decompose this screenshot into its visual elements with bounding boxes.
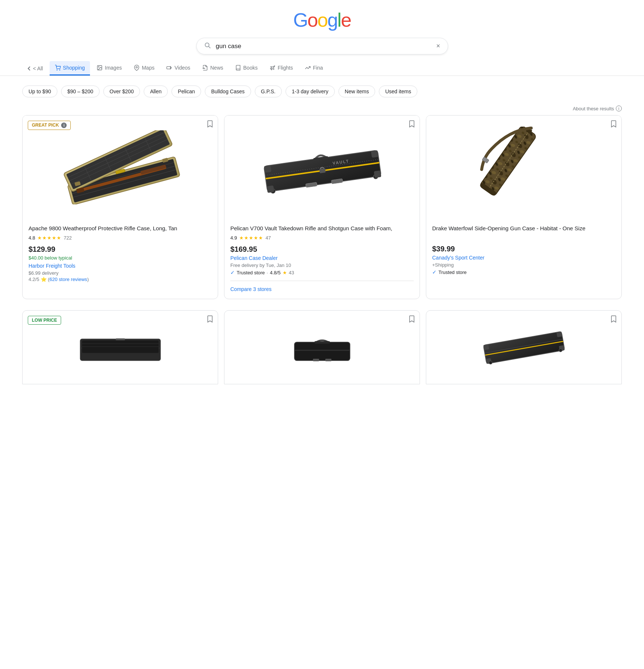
svg-rect-66: [483, 331, 565, 364]
svg-point-74: [558, 348, 562, 352]
filter-up-to-90[interactable]: Up to $90: [22, 86, 57, 97]
store-reviews-link-1[interactable]: 620 store reviews: [49, 277, 87, 282]
about-results[interactable]: About these results i: [573, 106, 622, 111]
compare-link-2[interactable]: Compare 3 stores: [230, 281, 414, 292]
tab-images[interactable]: Images: [91, 61, 127, 76]
tab-maps-label: Maps: [142, 65, 154, 71]
tab-finance-label: Fina: [313, 65, 323, 71]
product-title-2: Pelican V700 Vault Takedown Rifle and Sh…: [230, 224, 414, 232]
svg-point-2: [57, 70, 57, 70]
bookmark-button-3[interactable]: [610, 120, 617, 130]
svg-rect-61: [294, 342, 350, 361]
review-count-2: 47: [266, 235, 271, 241]
partial-card-2: [224, 310, 420, 384]
filter-1-3-day[interactable]: 1-3 day delivery: [286, 86, 335, 97]
tab-all[interactable]: < All: [22, 62, 48, 75]
trusted-label-3: Trusted store: [438, 270, 467, 275]
badge-info-icon[interactable]: i: [61, 123, 67, 128]
card-body-1: Apache 9800 Weatherproof Protective Rifl…: [23, 219, 218, 290]
partial-case-svg-2: [285, 333, 359, 370]
filter-used-items[interactable]: Used items: [379, 86, 417, 97]
filter-bulldog[interactable]: Bulldog Cases: [205, 86, 251, 97]
tab-books-label: Books: [243, 65, 258, 71]
great-pick-badge: GREAT PICK i: [28, 121, 71, 130]
card-body-3: Drake Waterfowl Side-Opening Gun Case - …: [426, 219, 621, 282]
stars-2: ★★★★★: [239, 235, 263, 241]
filter-90-200[interactable]: $90 – $200: [61, 86, 100, 97]
product-rating-1: 4.8 ★★★★★ 722: [29, 235, 212, 241]
filter-allen[interactable]: Allen: [144, 86, 168, 97]
search-icon: [204, 42, 211, 50]
svg-rect-39: [264, 165, 271, 173]
product-rating-2: 4.9 ★★★★★ 47: [230, 235, 414, 241]
seller-link-3[interactable]: Canady's Sport Center: [432, 255, 615, 261]
tab-images-label: Images: [105, 65, 122, 71]
tab-shopping[interactable]: Shopping: [50, 61, 90, 76]
tab-finance[interactable]: Fina: [300, 61, 328, 76]
filter-new-items[interactable]: New items: [338, 86, 375, 97]
tab-shopping-label: Shopping: [63, 65, 85, 71]
bookmark-button-2[interactable]: [408, 120, 415, 130]
store-reviews-1: 4.2/5 ⭐ (620 store reviews): [29, 277, 212, 282]
seller-link-1[interactable]: Harbor Freight Tools: [29, 263, 212, 269]
camo-gun-bag-image: [434, 127, 614, 208]
filter-gps[interactable]: G.P.S.: [255, 86, 282, 97]
svg-point-73: [488, 361, 492, 364]
product-image-1[interactable]: [23, 116, 218, 219]
svg-rect-69: [483, 344, 489, 350]
svg-point-3: [60, 70, 60, 70]
product-image-3[interactable]: [426, 116, 621, 219]
svg-point-5: [99, 67, 99, 67]
partial-image-2: [224, 311, 420, 370]
bookmark-button-1[interactable]: [207, 120, 213, 130]
stars-1: ★★★★★: [37, 235, 61, 241]
partial-card-3: [426, 310, 622, 384]
product-title-3: Drake Waterfowl Side-Opening Gun Case - …: [432, 224, 615, 232]
search-input[interactable]: [216, 43, 436, 50]
bookmark-button-partial-2[interactable]: [408, 315, 415, 325]
rating-score-1: 4.8: [29, 235, 35, 241]
tab-news[interactable]: News: [197, 61, 228, 76]
card-top-2: VAULT: [224, 116, 420, 219]
product-card-2: VAULT Pelican V700 Vault Takedown Rifle …: [224, 115, 420, 299]
partial-products-grid: LOW PRICE: [0, 310, 644, 384]
seller-link-2[interactable]: Pelican Case Dealer: [230, 255, 414, 261]
trusted-icon-3: ✓: [432, 269, 437, 275]
trusted-icon-2: ✓: [230, 270, 235, 275]
search-bar: ×: [196, 38, 448, 54]
tan-rifle-case-image: [30, 130, 210, 204]
delivery-2: Free delivery by Tue, Jan 10: [230, 262, 414, 268]
partial-case-svg-3: [478, 325, 570, 370]
clear-icon[interactable]: ×: [436, 42, 440, 50]
svg-rect-7: [167, 67, 171, 69]
bookmark-button-partial-3[interactable]: [610, 315, 617, 325]
product-title-1: Apache 9800 Weatherproof Protective Rifl…: [29, 224, 212, 232]
tab-books[interactable]: Books: [230, 61, 263, 76]
review-count-1: 722: [64, 235, 72, 241]
partial-image-3: [426, 311, 621, 370]
svg-rect-70: [556, 331, 562, 337]
svg-rect-41: [267, 185, 274, 193]
card-top-3: [426, 116, 621, 219]
low-price-badge: LOW PRICE: [28, 316, 61, 325]
card-top-1: GREAT PICK i: [23, 116, 218, 219]
about-results-info-icon[interactable]: i: [616, 106, 622, 111]
product-price-3: $39.99: [432, 245, 615, 253]
svg-rect-64: [313, 359, 319, 361]
tab-flights[interactable]: Flights: [264, 61, 298, 76]
svg-rect-42: [374, 170, 381, 178]
tab-videos[interactable]: Videos: [161, 61, 196, 76]
nav-tabs: < All Shopping Images Maps Videos News B…: [0, 61, 644, 76]
tab-maps[interactable]: Maps: [129, 61, 160, 76]
partial-card-1: LOW PRICE: [22, 310, 218, 384]
filter-pelican[interactable]: Pelican: [171, 86, 201, 97]
about-results-label: About these results: [573, 106, 614, 111]
black-rifle-case-image: VAULT: [232, 130, 412, 204]
svg-rect-40: [371, 150, 378, 158]
svg-rect-63: [314, 341, 330, 344]
bookmark-button-partial-1[interactable]: [207, 315, 213, 325]
product-image-2[interactable]: VAULT: [224, 116, 420, 219]
svg-rect-38: [319, 168, 326, 173]
filter-over-200[interactable]: Over $200: [103, 86, 140, 97]
tab-news-label: News: [210, 65, 223, 71]
